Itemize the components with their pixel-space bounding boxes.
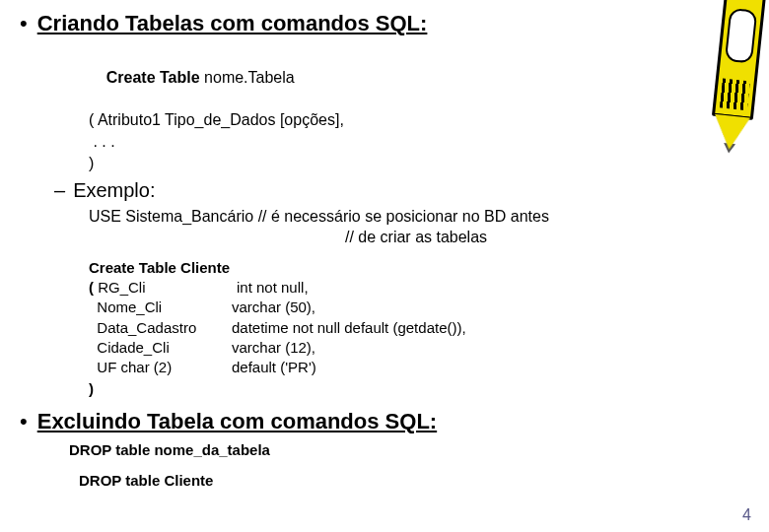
syntax-line-4: ) [89,153,739,174]
create-table-syntax: Create Table nome.Tabela ( Atributo1 Tip… [89,46,739,174]
code-col2: datetime not null default (getdate()), [232,318,466,338]
use-line-2: // de criar as tabelas [345,228,739,248]
syntax-keyword: Create Table [106,69,200,86]
code-col1: UF char (2) [89,358,232,377]
code-close-paren: ) [89,379,739,399]
code-col2: int not null, [237,278,309,298]
section-1-title: Criando Tabelas com comandos SQL: [37,10,428,38]
example-label: Exemplo: [73,177,155,203]
code-col2: varchar (50), [232,298,315,317]
code-row: UF char (2) default ('PR') [89,358,739,377]
code-col1: RG_Cli [94,278,237,298]
drop-syntax: DROP table nome_da_tabela [69,441,739,458]
crayon-body [712,0,766,120]
code-header: Create Table Cliente [89,258,739,278]
crayon-tip [712,114,750,152]
code-col1: Cidade_Cli [89,338,232,358]
page-number: 4 [742,506,751,524]
syntax-line-2: ( Atributo1 Tipo_de_Dados [opções], [89,109,739,131]
code-row: ( RG_Cli int not null, [89,278,739,298]
syntax-line-3: . . . [89,131,739,153]
create-table-code: Create Table Cliente ( RG_Cli int not nu… [89,258,739,400]
syntax-rest: nome.Tabela [200,69,295,86]
use-line-1: USE Sistema_Bancário // é necessário se … [89,207,739,228]
bullet-icon: • [20,408,28,436]
example-heading: – Exemplo: [54,177,739,203]
code-row: Nome_Cli varchar (50), [89,298,739,317]
use-statement: USE Sistema_Bancário // é necessário se … [89,207,739,248]
crayon-label [725,8,757,64]
syntax-line-1: Create Table nome.Tabela [89,46,739,110]
bullet-icon: • [20,10,28,38]
code-row: Data_Cadastro datetime not null default … [89,318,739,338]
code-col1: Data_Cadastro [89,318,232,338]
section-2-title: Excluindo Tabela com comandos SQL: [37,408,437,436]
code-row: Cidade_Cli varchar (12), [89,338,739,358]
drop-example: DROP table Cliente [79,472,739,489]
section-1-heading: • Criando Tabelas com comandos SQL: [20,10,739,38]
code-col2: varchar (12), [232,338,315,358]
code-col2: default ('PR') [232,358,316,377]
crayon-stripes [720,79,750,111]
dash-icon: – [54,177,65,203]
section-2-heading: • Excluindo Tabela com comandos SQL: [20,408,739,436]
code-col1: Nome_Cli [89,298,232,317]
